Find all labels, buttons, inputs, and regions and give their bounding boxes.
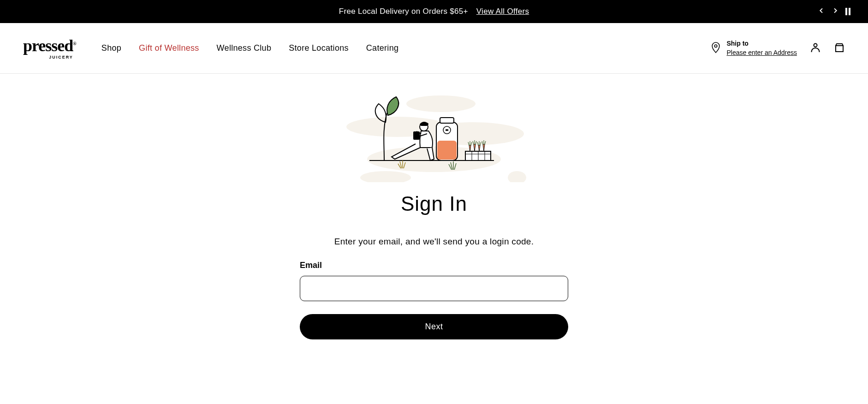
site-header: pressed® JUICERY Shop Gift of Wellness W… — [0, 23, 868, 74]
carousel-prev-icon[interactable] — [818, 7, 825, 17]
next-button[interactable]: Next — [300, 314, 568, 339]
svg-point-7 — [508, 171, 526, 182]
svg-point-1 — [814, 43, 817, 47]
account-icon[interactable] — [810, 42, 821, 55]
email-input[interactable] — [300, 276, 568, 301]
signin-form: Email Next — [300, 261, 568, 339]
nav-shop[interactable]: Shop — [101, 43, 121, 53]
brand-logo-sub: JUICERY — [49, 55, 73, 59]
signin-main: Sign In Enter your email, and we'll send… — [0, 74, 868, 339]
brand-logo-text: pressed — [23, 36, 73, 55]
nav-catering[interactable]: Catering — [366, 43, 398, 53]
ship-to-address: Please enter an Address — [726, 48, 797, 58]
ship-to-label: Ship to — [726, 39, 797, 48]
svg-point-2 — [406, 95, 476, 112]
nav-store-locations[interactable]: Store Locations — [289, 43, 349, 53]
carousel-pause-icon[interactable] — [845, 8, 850, 15]
signin-title: Sign In — [401, 192, 467, 215]
ship-to-text: Ship to Please enter an Address — [726, 39, 797, 57]
signin-illustration — [342, 88, 526, 182]
shopping-bag-icon[interactable] — [834, 42, 845, 55]
header-right: Ship to Please enter an Address — [711, 39, 845, 57]
promo-controls — [818, 7, 850, 17]
main-nav: Shop Gift of Wellness Wellness Club Stor… — [101, 43, 398, 53]
carousel-next-icon[interactable] — [832, 7, 839, 17]
svg-rect-10 — [437, 141, 457, 160]
brand-logo[interactable]: pressed® JUICERY — [23, 37, 76, 59]
nav-gift-of-wellness[interactable]: Gift of Wellness — [139, 43, 199, 53]
signin-subtitle: Enter your email, and we'll send you a l… — [334, 237, 534, 247]
ship-to-selector[interactable]: Ship to Please enter an Address — [711, 39, 797, 57]
email-label: Email — [300, 261, 568, 270]
svg-point-6 — [360, 171, 411, 182]
svg-point-0 — [715, 45, 718, 48]
nav-wellness-club[interactable]: Wellness Club — [217, 43, 272, 53]
svg-rect-11 — [440, 118, 454, 123]
promo-bar: Free Local Delivery on Orders $65+ View … — [0, 0, 868, 23]
location-pin-icon — [711, 42, 721, 55]
promo-offers-link[interactable]: View All Offers — [476, 7, 529, 16]
promo-text: Free Local Delivery on Orders $65+ — [339, 7, 468, 16]
